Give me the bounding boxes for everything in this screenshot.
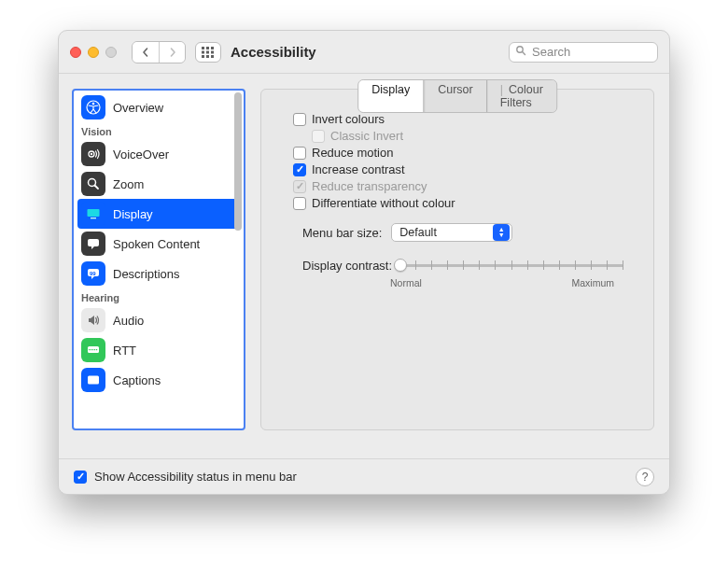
sidebar-item-label: Captions <box>113 373 161 387</box>
display-icon <box>81 202 105 226</box>
option-differentiate-without-colour[interactable]: Differentiate without colour <box>293 196 638 210</box>
grid-icon <box>202 47 215 58</box>
tab-bar: Display Cursor |Colour Filters <box>357 79 557 113</box>
svg-rect-8 <box>211 55 214 58</box>
content-area: Overview Vision VoiceOver Zoom <box>59 74 669 458</box>
sidebar-item-descriptions[interactable]: 99 Descriptions <box>77 259 240 288</box>
checkbox-show-status[interactable] <box>74 471 87 484</box>
svg-point-14 <box>91 153 92 155</box>
tab-display[interactable]: Display <box>358 80 424 112</box>
page-title: Accessibility <box>231 44 316 60</box>
sidebar-item-label: Overview <box>113 101 163 115</box>
zoom-window-button[interactable] <box>105 47 117 58</box>
svg-rect-26 <box>94 349 95 350</box>
footer: Show Accessibility status in menu bar ? <box>59 458 669 494</box>
svg-rect-4 <box>206 50 209 53</box>
sidebar-category-vision: Vision <box>77 122 240 139</box>
settings-panel: Display Cursor |Colour Filters Invert co… <box>260 89 654 430</box>
search-placeholder: Search <box>532 45 570 59</box>
sidebar-item-captions[interactable]: Captions <box>77 365 240 395</box>
svg-rect-25 <box>92 349 93 350</box>
sidebar-list: Overview Vision VoiceOver Zoom <box>74 91 244 397</box>
option-reduce-transparency: Reduce transparency <box>293 179 638 193</box>
back-button[interactable] <box>133 42 159 63</box>
option-invert-colours[interactable]: Invert colours <box>293 112 638 126</box>
slider-range-labels: Normal Maximum <box>390 277 614 288</box>
voiceover-icon <box>81 142 105 166</box>
sidebar-scrollbar[interactable] <box>234 92 242 231</box>
options-list: Invert colours Classic Invert Reduce mot… <box>276 106 638 210</box>
rtt-icon <box>81 338 105 362</box>
sidebar-item-rtt[interactable]: RTT <box>77 335 240 365</box>
sidebar-item-label: Display <box>113 207 153 221</box>
sidebar-item-voiceover[interactable]: VoiceOver <box>77 139 240 169</box>
svg-text:99: 99 <box>90 271 96 276</box>
toolbar: Accessibility Search <box>59 31 669 74</box>
sidebar-item-label: Spoken Content <box>113 237 200 251</box>
show-status-label: Show Accessibility status in menu bar <box>94 470 297 484</box>
tab-colour-filters[interactable]: |Colour Filters <box>486 80 556 112</box>
slider-max-label: Maximum <box>571 277 614 288</box>
svg-rect-0 <box>202 47 204 49</box>
menu-bar-size-row: Menu bar size: Default ▲▼ <box>302 223 638 242</box>
svg-rect-28 <box>88 376 99 385</box>
svg-rect-5 <box>211 50 214 53</box>
menu-bar-size-value: Default <box>399 226 437 239</box>
select-stepper-icon: ▲▼ <box>493 224 510 241</box>
sidebar-item-label: Zoom <box>113 177 144 191</box>
captions-icon <box>81 368 105 392</box>
svg-rect-23 <box>89 349 90 350</box>
sidebar-item-display[interactable]: Display <box>77 199 240 229</box>
chevron-right-icon <box>168 48 177 57</box>
slider-knob[interactable] <box>394 259 407 272</box>
svg-point-12 <box>92 103 95 105</box>
slider-min-label: Normal <box>390 277 422 288</box>
minimize-window-button[interactable] <box>88 47 99 58</box>
display-contrast-label: Display contrast: <box>302 259 392 273</box>
option-classic-invert: Classic Invert <box>312 129 638 143</box>
display-contrast-row: Display contrast: <box>302 257 638 274</box>
sidebar-item-label: RTT <box>113 344 136 358</box>
tab-cursor[interactable]: Cursor <box>424 80 486 112</box>
svg-line-16 <box>95 186 99 190</box>
search-field[interactable]: Search <box>509 42 658 63</box>
svg-rect-6 <box>202 55 204 58</box>
menu-bar-size-select[interactable]: Default ▲▼ <box>391 223 512 242</box>
option-increase-contrast[interactable]: Increase contrast <box>293 162 638 176</box>
svg-rect-17 <box>88 209 100 217</box>
accessibility-icon <box>81 95 105 119</box>
option-reduce-motion[interactable]: Reduce motion <box>293 146 638 160</box>
sidebar-item-zoom[interactable]: Zoom <box>77 169 240 199</box>
svg-rect-27 <box>96 349 97 350</box>
checkbox-invert-colours[interactable] <box>293 113 306 126</box>
show-all-button[interactable] <box>195 42 221 63</box>
descriptions-icon: 99 <box>81 261 105 286</box>
help-button[interactable]: ? <box>636 468 654 486</box>
spoken-content-icon <box>81 232 105 256</box>
svg-rect-24 <box>91 349 91 350</box>
sidebar-item-audio[interactable]: Audio <box>77 305 240 335</box>
svg-rect-1 <box>206 47 209 49</box>
search-icon <box>515 45 526 59</box>
svg-rect-19 <box>88 239 99 246</box>
zoom-icon <box>81 172 105 196</box>
svg-line-10 <box>523 52 525 55</box>
sidebar-item-spoken-content[interactable]: Spoken Content <box>77 229 240 259</box>
sidebar-item-label: Audio <box>113 314 144 328</box>
sidebar-item-overview[interactable]: Overview <box>77 92 240 122</box>
window-controls <box>70 47 117 58</box>
display-contrast-slider[interactable] <box>399 257 623 274</box>
svg-rect-7 <box>206 55 209 58</box>
sidebar-item-label: VoiceOver <box>113 148 169 162</box>
audio-icon <box>81 308 105 332</box>
checkbox-increase-contrast[interactable] <box>293 163 306 176</box>
checkbox-reduce-transparency <box>293 180 306 193</box>
checkbox-reduce-motion[interactable] <box>293 147 306 160</box>
sidebar-category-hearing: Hearing <box>77 288 240 305</box>
preferences-window: Accessibility Search Overview Vision <box>58 30 670 495</box>
svg-rect-3 <box>202 50 204 53</box>
chevron-left-icon <box>141 48 150 57</box>
forward-button[interactable] <box>159 42 185 63</box>
close-window-button[interactable] <box>70 47 81 58</box>
checkbox-differentiate[interactable] <box>293 197 306 210</box>
